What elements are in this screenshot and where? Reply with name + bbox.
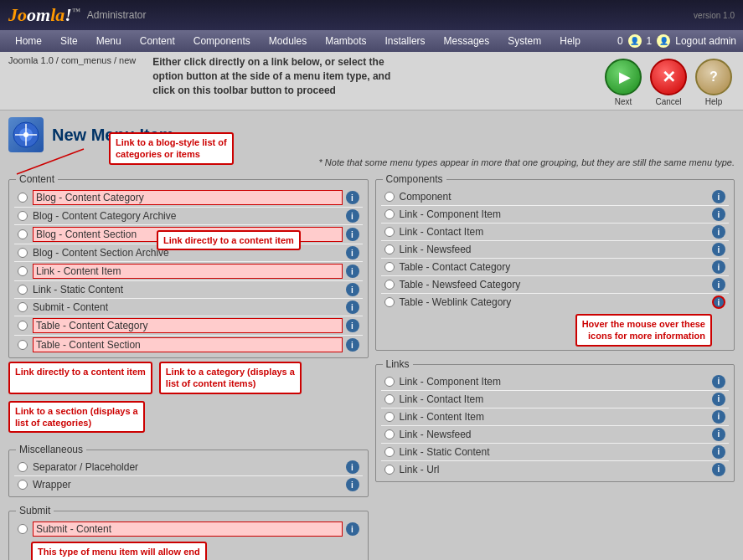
links-url-info[interactable]: i — [712, 463, 725, 476]
list-item: Table - Newsfeed Category i — [381, 276, 730, 294]
miscellaneous-items: Separator / Placeholder i Wrapper i — [14, 454, 363, 493]
links-url-radio[interactable] — [384, 465, 395, 475]
links-static-content-info[interactable]: i — [712, 445, 725, 459]
blog-content-category-archive-label[interactable]: Blog - Content Category Archive — [33, 210, 343, 222]
nav-content[interactable]: Content — [132, 33, 183, 49]
nav-installers[interactable]: Installers — [377, 33, 434, 49]
help-label: Help — [705, 97, 723, 106]
blog-content-category-radio[interactable] — [18, 193, 28, 203]
table-contact-category-info[interactable]: i — [712, 260, 725, 274]
links-newsfeed-label[interactable]: Link - Newsfeed — [400, 429, 709, 440]
separator-radio[interactable] — [18, 462, 28, 472]
toolbar-area: Joomla 1.0 / com_menus / new Either clic… — [0, 52, 743, 110]
link-component-item-label[interactable]: Link - Component Item — [400, 208, 709, 220]
links-content-item-radio[interactable] — [384, 412, 395, 422]
cancel-icon: ✕ — [650, 59, 687, 95]
list-item: Link - Static Content i — [381, 444, 730, 461]
link-component-item-radio[interactable] — [384, 209, 395, 219]
nav-mambots[interactable]: Mambots — [317, 33, 374, 49]
component-label[interactable]: Component — [400, 191, 709, 203]
links-contact-item-info[interactable]: i — [712, 393, 725, 406]
link-contact-item-label[interactable]: Link - Contact Item — [400, 226, 709, 238]
links-content-item-info[interactable]: i — [712, 410, 725, 424]
blog-content-category-info[interactable]: i — [346, 191, 359, 204]
blog-content-category-label[interactable]: Blog - Content Category — [33, 190, 343, 205]
link-static-content-label[interactable]: Link - Static Content — [33, 284, 343, 295]
content-section-title: Content — [16, 173, 58, 185]
links-newsfeed-radio[interactable] — [384, 429, 395, 439]
link-newsfeed-info[interactable]: i — [712, 243, 725, 256]
logout-button[interactable]: Logout admin — [675, 35, 736, 47]
table-newsfeed-category-info[interactable]: i — [712, 278, 725, 291]
links-newsfeed-info[interactable]: i — [712, 428, 725, 441]
submit-content-section-label[interactable]: Submit - Content — [33, 521, 343, 537]
component-info[interactable]: i — [712, 190, 725, 203]
blog-content-category-archive-info[interactable]: i — [346, 209, 359, 223]
list-item: Link - Contact Item i — [381, 223, 730, 241]
submit-content-radio[interactable] — [18, 302, 28, 312]
links-component-item-radio[interactable] — [384, 377, 395, 387]
submit-content-info[interactable]: i — [346, 301, 359, 314]
content-section-box: Content Blog - Content Category i Blog -… — [8, 179, 369, 358]
link-component-item-info[interactable]: i — [712, 208, 725, 221]
blog-content-section-radio[interactable] — [18, 229, 28, 239]
table-weblink-category-radio[interactable] — [384, 297, 395, 307]
wrapper-radio[interactable] — [18, 480, 28, 490]
links-content-item-label[interactable]: Link - Content Item — [400, 411, 709, 423]
links-static-content-label[interactable]: Link - Static Content — [400, 446, 709, 458]
nav-messages[interactable]: Messages — [436, 33, 498, 49]
nav-site[interactable]: Site — [52, 33, 86, 49]
blog-content-section-archive-radio[interactable] — [18, 248, 28, 258]
separator-info[interactable]: i — [346, 460, 359, 474]
nav-help[interactable]: Help — [551, 33, 589, 49]
next-button[interactable]: ▶ Next — [602, 59, 644, 106]
table-weblink-category-label[interactable]: Table - Weblink Category — [400, 296, 709, 308]
table-newsfeed-category-label[interactable]: Table - Newsfeed Category — [400, 279, 709, 290]
wrapper-info[interactable]: i — [346, 478, 359, 491]
instruction-text: Either click directly on a link below, o… — [152, 55, 404, 97]
table-contact-category-radio[interactable] — [384, 262, 395, 272]
nav-menu[interactable]: Menu — [88, 33, 130, 49]
component-radio[interactable] — [384, 192, 395, 202]
link-static-content-info[interactable]: i — [346, 283, 359, 296]
table-content-section-label[interactable]: Table - Content Section — [33, 337, 343, 352]
nav-system[interactable]: System — [499, 33, 550, 49]
link-contact-item-radio[interactable] — [384, 227, 395, 237]
links-contact-item-radio[interactable] — [384, 394, 395, 404]
blog-content-section-info[interactable]: i — [346, 228, 359, 241]
nav-home[interactable]: Home — [7, 33, 50, 49]
table-content-category-info[interactable]: i — [346, 319, 359, 332]
table-content-category-radio[interactable] — [18, 321, 28, 331]
table-newsfeed-category-radio[interactable] — [384, 280, 395, 290]
links-component-item-info[interactable]: i — [712, 375, 725, 388]
link-newsfeed-radio[interactable] — [384, 244, 395, 254]
submit-content-section-radio[interactable] — [18, 524, 28, 534]
submit-content-label[interactable]: Submit - Content — [33, 301, 343, 313]
links-static-content-radio[interactable] — [384, 447, 395, 457]
table-content-category-label[interactable]: Table - Content Category — [33, 318, 343, 333]
nav-modules[interactable]: Modules — [261, 33, 315, 49]
separator-label[interactable]: Separator / Placeholder — [33, 461, 343, 473]
cancel-button[interactable]: ✕ Cancel — [648, 59, 689, 106]
links-contact-item-label[interactable]: Link - Contact Item — [400, 393, 709, 405]
link-content-item-info[interactable]: i — [346, 265, 359, 278]
links-url-label[interactable]: Link - Url — [400, 464, 709, 475]
blog-content-section-archive-info[interactable]: i — [346, 246, 359, 259]
nav-components[interactable]: Components — [185, 33, 259, 49]
table-weblink-category-info[interactable]: i — [712, 295, 725, 309]
link-content-item-radio[interactable] — [18, 266, 28, 276]
blog-content-category-archive-radio[interactable] — [18, 211, 28, 221]
submit-content-section-info[interactable]: i — [346, 522, 359, 536]
version-label: version 1.0 — [694, 11, 735, 20]
links-component-item-label[interactable]: Link - Component Item — [400, 376, 709, 388]
table-content-section-radio[interactable] — [18, 340, 28, 350]
wrapper-label[interactable]: Wrapper — [33, 479, 343, 491]
link-static-content-radio[interactable] — [18, 285, 28, 295]
link-newsfeed-label[interactable]: Link - Newsfeed — [400, 244, 709, 255]
link-content-item-label[interactable]: Link - Content Item — [33, 264, 343, 279]
table-content-section-info[interactable]: i — [346, 338, 359, 352]
help-button[interactable]: ? Help — [693, 59, 735, 106]
table-contact-category-label[interactable]: Table - Contact Category — [400, 261, 709, 273]
link-contact-item-info[interactable]: i — [712, 225, 725, 239]
list-item: Link - Content Item i — [14, 262, 363, 281]
